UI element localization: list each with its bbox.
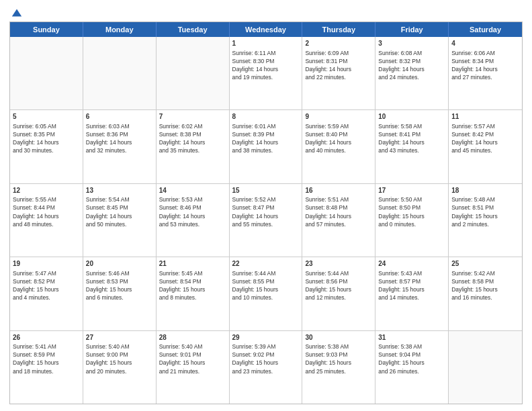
day-cell-30: 30Sunrise: 5:38 AM Sunset: 9:03 PM Dayli… — [302, 331, 375, 404]
empty-cell — [157, 37, 230, 109]
day-info: Sunrise: 5:40 AM Sunset: 9:01 PM Dayligh… — [159, 343, 206, 374]
empty-cell — [449, 331, 522, 404]
day-number: 8 — [232, 112, 300, 122]
day-cell-10: 10Sunrise: 5:58 AM Sunset: 8:41 PM Dayli… — [375, 110, 449, 183]
day-cell-28: 28Sunrise: 5:40 AM Sunset: 9:01 PM Dayli… — [157, 331, 230, 404]
day-info: Sunrise: 5:55 AM Sunset: 8:44 PM Dayligh… — [13, 196, 59, 227]
day-info: Sunrise: 5:43 AM Sunset: 8:57 PM Dayligh… — [378, 270, 425, 301]
day-cell-21: 21Sunrise: 5:45 AM Sunset: 8:54 PM Dayli… — [157, 257, 230, 330]
day-number: 21 — [159, 259, 226, 269]
day-info: Sunrise: 5:53 AM Sunset: 8:46 PM Dayligh… — [159, 196, 206, 227]
day-cell-3: 3Sunrise: 6:08 AM Sunset: 8:32 PM Daylig… — [375, 37, 449, 109]
day-number: 20 — [86, 259, 153, 269]
day-number: 18 — [451, 186, 519, 195]
header-day-thursday: Thursday — [302, 22, 375, 37]
day-cell-13: 13Sunrise: 5:54 AM Sunset: 8:45 PM Dayli… — [83, 184, 157, 257]
day-cell-14: 14Sunrise: 5:53 AM Sunset: 8:46 PM Dayli… — [157, 184, 230, 257]
day-info: Sunrise: 5:50 AM Sunset: 8:50 PM Dayligh… — [378, 196, 425, 227]
header-day-monday: Monday — [83, 22, 157, 37]
day-cell-27: 27Sunrise: 5:40 AM Sunset: 9:00 PM Dayli… — [83, 331, 157, 404]
day-info: Sunrise: 6:02 AM Sunset: 8:38 PM Dayligh… — [159, 123, 206, 154]
day-info: Sunrise: 5:42 AM Sunset: 8:58 PM Dayligh… — [451, 270, 498, 301]
svg-marker-0 — [12, 9, 21, 17]
day-cell-7: 7Sunrise: 6:02 AM Sunset: 8:38 PM Daylig… — [157, 110, 230, 183]
day-number: 11 — [451, 112, 519, 122]
day-cell-23: 23Sunrise: 5:44 AM Sunset: 8:56 PM Dayli… — [302, 257, 375, 330]
day-info: Sunrise: 6:05 AM Sunset: 8:35 PM Dayligh… — [13, 123, 59, 154]
day-cell-16: 16Sunrise: 5:51 AM Sunset: 8:48 PM Dayli… — [302, 184, 375, 257]
day-info: Sunrise: 6:11 AM Sunset: 8:30 PM Dayligh… — [232, 50, 279, 81]
day-info: Sunrise: 5:47 AM Sunset: 8:52 PM Dayligh… — [13, 270, 59, 301]
day-number: 31 — [378, 333, 445, 342]
day-number: 30 — [305, 333, 372, 342]
day-cell-18: 18Sunrise: 5:48 AM Sunset: 8:51 PM Dayli… — [449, 184, 522, 257]
day-cell-20: 20Sunrise: 5:46 AM Sunset: 8:53 PM Dayli… — [83, 257, 157, 330]
calendar-header: SundayMondayTuesdayWednesdayThursdayFrid… — [10, 22, 522, 37]
header-day-wednesday: Wednesday — [230, 22, 303, 37]
calendar: SundayMondayTuesdayWednesdayThursdayFrid… — [9, 21, 523, 404]
day-cell-24: 24Sunrise: 5:43 AM Sunset: 8:57 PM Dayli… — [375, 257, 449, 330]
day-number: 15 — [232, 186, 300, 195]
day-cell-8: 8Sunrise: 6:01 AM Sunset: 8:39 PM Daylig… — [230, 110, 303, 183]
day-number: 16 — [305, 186, 372, 195]
day-number: 5 — [13, 112, 80, 122]
day-number: 25 — [451, 259, 519, 269]
empty-cell — [10, 37, 83, 109]
day-number: 14 — [159, 186, 226, 195]
day-cell-19: 19Sunrise: 5:47 AM Sunset: 8:52 PM Dayli… — [10, 257, 83, 330]
header-day-saturday: Saturday — [449, 22, 522, 37]
day-info: Sunrise: 6:06 AM Sunset: 8:34 PM Dayligh… — [451, 50, 498, 81]
day-number: 23 — [305, 259, 372, 269]
day-cell-26: 26Sunrise: 5:41 AM Sunset: 8:59 PM Dayli… — [10, 331, 83, 404]
day-info: Sunrise: 5:38 AM Sunset: 9:04 PM Dayligh… — [378, 343, 425, 374]
page: SundayMondayTuesdayWednesdayThursdayFrid… — [0, 0, 532, 411]
day-number: 1 — [232, 39, 300, 48]
day-cell-9: 9Sunrise: 5:59 AM Sunset: 8:40 PM Daylig… — [302, 110, 375, 183]
logo-icon — [11, 7, 23, 19]
day-cell-25: 25Sunrise: 5:42 AM Sunset: 8:58 PM Dayli… — [449, 257, 522, 330]
day-info: Sunrise: 5:52 AM Sunset: 8:47 PM Dayligh… — [232, 196, 279, 227]
empty-cell — [83, 37, 157, 109]
day-number: 24 — [378, 259, 445, 269]
day-info: Sunrise: 5:41 AM Sunset: 8:59 PM Dayligh… — [13, 343, 59, 374]
day-cell-5: 5Sunrise: 6:05 AM Sunset: 8:35 PM Daylig… — [10, 110, 83, 183]
day-info: Sunrise: 5:51 AM Sunset: 8:48 PM Dayligh… — [305, 196, 351, 227]
day-cell-17: 17Sunrise: 5:50 AM Sunset: 8:50 PM Dayli… — [375, 184, 449, 257]
week-row-5: 26Sunrise: 5:41 AM Sunset: 8:59 PM Dayli… — [10, 331, 522, 404]
day-cell-2: 2Sunrise: 6:09 AM Sunset: 8:31 PM Daylig… — [302, 37, 375, 109]
day-info: Sunrise: 6:08 AM Sunset: 8:32 PM Dayligh… — [378, 50, 425, 81]
day-info: Sunrise: 5:45 AM Sunset: 8:54 PM Dayligh… — [159, 270, 206, 301]
day-cell-22: 22Sunrise: 5:44 AM Sunset: 8:55 PM Dayli… — [230, 257, 303, 330]
day-number: 7 — [159, 112, 226, 122]
day-number: 6 — [86, 112, 153, 122]
day-cell-12: 12Sunrise: 5:55 AM Sunset: 8:44 PM Dayli… — [10, 184, 83, 257]
day-info: Sunrise: 5:58 AM Sunset: 8:41 PM Dayligh… — [378, 123, 425, 154]
day-number: 29 — [232, 333, 300, 342]
week-row-4: 19Sunrise: 5:47 AM Sunset: 8:52 PM Dayli… — [10, 257, 522, 330]
day-info: Sunrise: 5:57 AM Sunset: 8:42 PM Dayligh… — [451, 123, 498, 154]
day-info: Sunrise: 6:03 AM Sunset: 8:36 PM Dayligh… — [86, 123, 132, 154]
day-info: Sunrise: 5:54 AM Sunset: 8:45 PM Dayligh… — [86, 196, 132, 227]
day-number: 17 — [378, 186, 445, 195]
logo-area — [9, 7, 23, 16]
day-number: 28 — [159, 333, 226, 342]
day-number: 19 — [13, 259, 80, 269]
day-info: Sunrise: 5:59 AM Sunset: 8:40 PM Dayligh… — [305, 123, 351, 154]
day-number: 12 — [13, 186, 80, 195]
day-info: Sunrise: 6:09 AM Sunset: 8:31 PM Dayligh… — [305, 50, 351, 81]
day-info: Sunrise: 6:01 AM Sunset: 8:39 PM Dayligh… — [232, 123, 279, 154]
day-info: Sunrise: 5:46 AM Sunset: 8:53 PM Dayligh… — [86, 270, 132, 301]
header-day-tuesday: Tuesday — [157, 22, 230, 37]
day-number: 22 — [232, 259, 300, 269]
header — [9, 7, 523, 16]
day-info: Sunrise: 5:39 AM Sunset: 9:02 PM Dayligh… — [232, 343, 279, 374]
week-row-3: 12Sunrise: 5:55 AM Sunset: 8:44 PM Dayli… — [10, 184, 522, 257]
day-cell-11: 11Sunrise: 5:57 AM Sunset: 8:42 PM Dayli… — [449, 110, 522, 183]
day-number: 4 — [451, 39, 519, 48]
day-number: 2 — [305, 39, 372, 48]
day-cell-1: 1Sunrise: 6:11 AM Sunset: 8:30 PM Daylig… — [230, 37, 303, 109]
week-row-1: 1Sunrise: 6:11 AM Sunset: 8:30 PM Daylig… — [10, 37, 522, 110]
day-info: Sunrise: 5:44 AM Sunset: 8:56 PM Dayligh… — [305, 270, 351, 301]
day-number: 9 — [305, 112, 372, 122]
day-number: 10 — [378, 112, 445, 122]
